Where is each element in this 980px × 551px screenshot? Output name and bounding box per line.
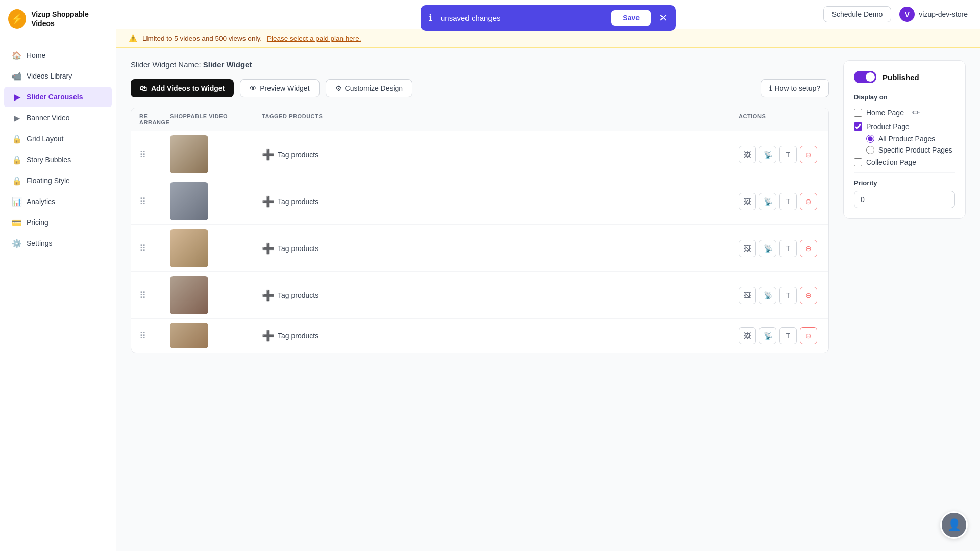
home-page-label: Home Page bbox=[866, 109, 904, 117]
collection-page-checkbox[interactable] bbox=[854, 158, 862, 166]
drag-handle[interactable]: ⠿ bbox=[139, 243, 170, 254]
product-page-checkbox[interactable] bbox=[854, 122, 862, 131]
tag-products-button[interactable]: ➕ Tag products bbox=[262, 289, 739, 302]
sidebar-item-label: Analytics bbox=[27, 197, 55, 206]
how-to-setup-button[interactable]: ℹ How to setup? bbox=[761, 79, 829, 97]
image-action-button[interactable]: 🖼 bbox=[739, 240, 756, 257]
text-action-button[interactable]: T bbox=[779, 287, 797, 304]
customize-design-button[interactable]: ⚙ Customize Design bbox=[326, 79, 413, 97]
tag-products-button[interactable]: ➕ Tag products bbox=[262, 195, 739, 208]
sidebar-item-label: Settings bbox=[27, 239, 53, 247]
sidebar-item-analytics[interactable]: 📊 Analytics bbox=[4, 191, 112, 212]
link-action-button[interactable]: 📡 bbox=[759, 287, 776, 304]
delete-action-button[interactable]: ⊖ bbox=[800, 287, 817, 304]
delete-action-button[interactable]: ⊖ bbox=[800, 146, 817, 163]
specific-product-pages-radio[interactable] bbox=[866, 146, 874, 154]
widget-name-value: Slider Widget bbox=[203, 60, 252, 69]
sidebar-logo: ⚡ Vizup Shoppable Videos bbox=[0, 0, 116, 38]
pencil-icon[interactable]: ✏ bbox=[912, 107, 920, 118]
sliders-icon: ⚙ bbox=[335, 84, 342, 92]
plus-circle-icon: ➕ bbox=[262, 195, 275, 208]
drag-handle[interactable]: ⠿ bbox=[139, 196, 170, 207]
image-action-button[interactable]: 🖼 bbox=[739, 146, 756, 163]
link-action-button[interactable]: 📡 bbox=[759, 240, 776, 257]
delete-action-button[interactable]: ⊖ bbox=[800, 327, 817, 344]
save-button[interactable]: Save bbox=[611, 10, 651, 26]
text-action-button[interactable]: T bbox=[779, 146, 797, 163]
drag-handle[interactable]: ⠿ bbox=[139, 149, 170, 160]
product-page-row: Product Page bbox=[854, 122, 955, 131]
preview-widget-button[interactable]: 👁 Preview Widget bbox=[240, 79, 319, 97]
tag-products-button[interactable]: ➕ Tag products bbox=[262, 330, 739, 342]
collection-page-label: Collection Page bbox=[866, 158, 916, 166]
store-name: vizup-dev-store bbox=[919, 10, 968, 18]
home-icon: 🏠 bbox=[12, 51, 21, 60]
delete-action-button[interactable]: ⊖ bbox=[800, 193, 817, 210]
all-product-pages-row: All Product Pages bbox=[866, 135, 955, 143]
tag-products-button[interactable]: ➕ Tag products bbox=[262, 148, 739, 161]
actions-cell: 🖼 📡 T ⊖ bbox=[739, 287, 820, 304]
published-toggle[interactable] bbox=[854, 71, 876, 83]
sidebar-item-floating-style[interactable]: 🔒 Floating Style bbox=[4, 170, 112, 191]
image-action-button[interactable]: 🖼 bbox=[739, 327, 756, 344]
all-product-pages-radio[interactable] bbox=[866, 135, 874, 143]
col-rearrange: RE ARRANGE bbox=[139, 113, 170, 126]
schedule-demo-button[interactable]: Schedule Demo bbox=[823, 6, 892, 22]
link-action-button[interactable]: 📡 bbox=[759, 327, 776, 344]
warning-text: Limited to 5 videos and 500 views only. bbox=[142, 35, 262, 42]
plus-circle-icon: ➕ bbox=[262, 289, 275, 302]
sidebar-item-label: Story Bubbles bbox=[27, 156, 71, 164]
specific-product-pages-label: Specific Product Pages bbox=[878, 146, 952, 154]
story-lock-icon: 🔒 bbox=[12, 155, 21, 164]
table-row: ⠿ ➕ Tag products 🖼 📡 T ⊖ bbox=[131, 225, 828, 272]
tag-products-button[interactable]: ➕ Tag products bbox=[262, 242, 739, 255]
text-action-button[interactable]: T bbox=[779, 193, 797, 210]
sidebar-item-grid-layout[interactable]: 🔒 Grid Layout bbox=[4, 129, 112, 149]
sidebar-item-story-bubbles[interactable]: 🔒 Story Bubbles bbox=[4, 149, 112, 170]
display-on-label: Display on bbox=[854, 93, 955, 101]
sidebar-item-banner-video[interactable]: ▶ Banner Video bbox=[4, 108, 112, 128]
info-circle-icon: ℹ bbox=[769, 84, 772, 92]
table-row: ⠿ ➕ Tag products 🖼 📡 T ⊖ bbox=[131, 131, 828, 178]
add-videos-button[interactable]: 🛍 Add Videos to Widget bbox=[131, 79, 234, 97]
delete-action-button[interactable]: ⊖ bbox=[800, 240, 817, 257]
home-page-checkbox[interactable] bbox=[854, 109, 862, 117]
image-action-button[interactable]: 🖼 bbox=[739, 287, 756, 304]
text-action-button[interactable]: T bbox=[779, 327, 797, 344]
drag-handle[interactable]: ⠿ bbox=[139, 330, 170, 341]
analytics-icon: 📊 bbox=[12, 197, 21, 206]
content-area: ⚠️ Limited to 5 videos and 500 views onl… bbox=[116, 29, 980, 551]
image-action-button[interactable]: 🖼 bbox=[739, 193, 756, 210]
col-actions: ACTIONS bbox=[739, 113, 820, 126]
sidebar-item-videos-library[interactable]: 📹 Videos Library bbox=[4, 66, 112, 86]
sidebar: ⚡ Vizup Shoppable Videos 🏠 Home 📹 Videos… bbox=[0, 0, 116, 551]
sidebar-item-label: Home bbox=[27, 51, 45, 59]
grid-lock-icon: 🔒 bbox=[12, 134, 21, 143]
divider bbox=[854, 172, 955, 173]
published-label: Published bbox=[883, 73, 919, 82]
collection-page-row: Collection Page bbox=[854, 158, 955, 166]
sidebar-item-home[interactable]: 🏠 Home bbox=[4, 45, 112, 65]
priority-label: Priority bbox=[854, 179, 955, 187]
eye-icon: 👁 bbox=[250, 84, 257, 92]
priority-input[interactable] bbox=[854, 191, 955, 208]
sidebar-item-pricing[interactable]: 💳 Pricing bbox=[4, 212, 112, 233]
close-banner-button[interactable]: ✕ bbox=[659, 13, 668, 23]
link-action-button[interactable]: 📡 bbox=[759, 193, 776, 210]
logo-icon: ⚡ bbox=[8, 9, 26, 29]
bag-icon: 🛍 bbox=[140, 84, 147, 92]
sidebar-item-label: Banner Video bbox=[27, 114, 70, 122]
upgrade-link[interactable]: Please select a paid plan here. bbox=[267, 35, 361, 42]
video-thumbnail bbox=[170, 323, 208, 348]
text-action-button[interactable]: T bbox=[779, 240, 797, 257]
table-row: ⠿ ➕ Tag products 🖼 📡 T ⊖ bbox=[131, 272, 828, 319]
video-thumbnail bbox=[170, 276, 208, 314]
link-action-button[interactable]: 📡 bbox=[759, 146, 776, 163]
drag-handle[interactable]: ⠿ bbox=[139, 290, 170, 301]
sidebar-item-label: Floating Style bbox=[27, 177, 70, 185]
unsaved-changes-banner: ℹ unsaved changes Save ✕ bbox=[421, 5, 676, 31]
sidebar-item-settings[interactable]: ⚙️ Settings bbox=[4, 233, 112, 254]
sidebar-item-slider-carousels[interactable]: ▶ Slider Carousels bbox=[4, 87, 112, 107]
table-row: ⠿ ➕ Tag products 🖼 📡 T ⊖ bbox=[131, 178, 828, 225]
video-thumbnail bbox=[170, 229, 208, 267]
